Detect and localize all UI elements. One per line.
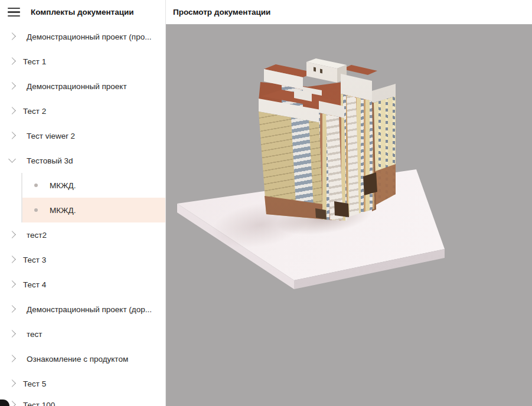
bullet-icon bbox=[34, 208, 38, 212]
tree-child-item-selected[interactable]: МКЖД. bbox=[0, 198, 165, 222]
chevron-right-icon[interactable] bbox=[8, 401, 16, 406]
tree-item[interactable]: тест bbox=[0, 322, 165, 346]
chevron-down-icon[interactable] bbox=[8, 155, 16, 163]
chevron-right-icon[interactable] bbox=[8, 32, 16, 40]
sidebar: Комплекты документации Демонстрационный … bbox=[0, 0, 166, 406]
chevron-right-icon[interactable] bbox=[8, 256, 16, 263]
chevron-right-icon[interactable] bbox=[8, 107, 16, 114]
chevron-right-icon[interactable] bbox=[8, 355, 16, 362]
tree-child-item[interactable]: МКЖД. bbox=[0, 173, 165, 198]
penthouse-window bbox=[320, 69, 322, 74]
tree-item[interactable]: Демонстрационный проект bbox=[0, 74, 165, 99]
chevron-right-icon[interactable] bbox=[8, 57, 16, 65]
sidebar-header: Комплекты документации bbox=[0, 0, 165, 24]
main-panel: Просмотр документации bbox=[166, 0, 532, 406]
chevron-right-icon[interactable] bbox=[8, 82, 16, 90]
3d-viewer-canvas[interactable] bbox=[166, 24, 532, 406]
tree-item-partially-visible[interactable]: Тест 100 bbox=[0, 392, 165, 406]
tree-item[interactable]: Тест viewer 2 bbox=[0, 123, 165, 148]
chevron-right-icon[interactable] bbox=[8, 305, 16, 313]
chevron-right-icon[interactable] bbox=[8, 280, 16, 288]
tree-item[interactable]: Демонстрационный проект (про... bbox=[0, 24, 165, 49]
tree-item[interactable]: Тест 3 bbox=[0, 247, 165, 272]
tree-item[interactable]: Демонстрационный проект (дор... bbox=[0, 297, 165, 322]
viewer-header: Просмотр документации bbox=[166, 0, 532, 24]
app-window: Комплекты документации Демонстрационный … bbox=[0, 0, 532, 406]
documentation-set-tree: Демонстрационный проект (про... Тест 1 Д… bbox=[0, 24, 165, 406]
sidebar-title: Комплекты документации bbox=[31, 8, 134, 17]
chevron-right-icon[interactable] bbox=[8, 132, 16, 139]
chevron-right-icon[interactable] bbox=[8, 330, 16, 338]
tree-item[interactable]: Ознакомление с продуктом bbox=[0, 346, 165, 371]
tree-item[interactable]: Тест 2 bbox=[0, 99, 165, 123]
chevron-right-icon[interactable] bbox=[8, 379, 16, 387]
hamburger-menu-icon[interactable] bbox=[8, 8, 20, 17]
tree-item[interactable]: Тест 4 bbox=[0, 272, 165, 297]
tree-item[interactable]: тест2 bbox=[0, 222, 165, 247]
chevron-right-icon[interactable] bbox=[8, 231, 16, 238]
tree-children-group: МКЖД. МКЖД. bbox=[0, 173, 165, 222]
tree-item-expanded[interactable]: Тестовый 3d bbox=[0, 148, 165, 173]
tree-item[interactable]: Тест 1 bbox=[0, 49, 165, 74]
viewer-title: Просмотр документации bbox=[173, 8, 270, 17]
penthouse-window bbox=[314, 67, 316, 72]
bullet-icon bbox=[34, 184, 38, 187]
